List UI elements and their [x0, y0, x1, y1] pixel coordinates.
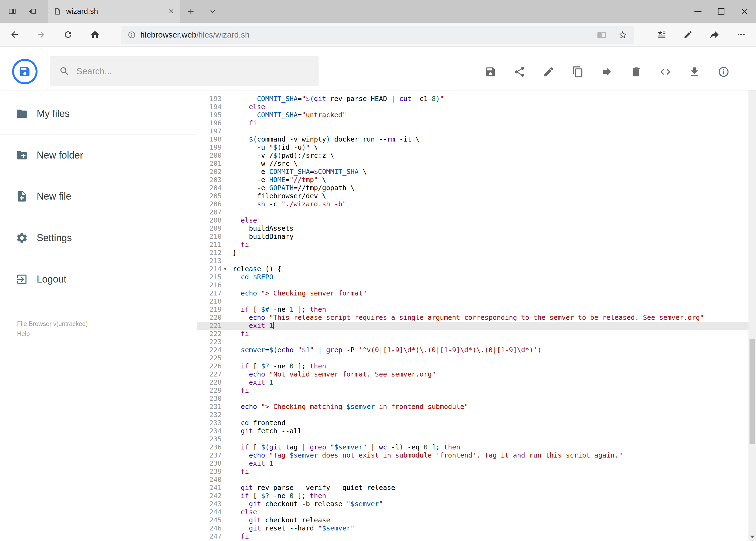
move-button[interactable] — [601, 66, 613, 78]
code-line-221[interactable]: 221 exit 1 — [197, 322, 748, 330]
close-button[interactable] — [733, 0, 756, 23]
scrollbar-thumb[interactable] — [750, 339, 755, 444]
code-line-194[interactable]: 194 else — [197, 103, 748, 111]
sidebar-item-my-files[interactable]: My files — [0, 93, 197, 135]
share-button[interactable] — [707, 23, 722, 46]
code-line-231[interactable]: 231 echo "> Checking matching $semver in… — [197, 403, 748, 411]
web-note-button[interactable] — [680, 23, 695, 46]
tab-preview-chevron-button[interactable] — [204, 0, 221, 23]
sidebar-item-new-folder[interactable]: New folder — [0, 135, 197, 176]
code-line-228[interactable]: 228 exit 1 — [197, 378, 748, 386]
code-line-218[interactable]: 218 — [197, 297, 748, 305]
url-text[interactable]: filebrowser.web/files/wizard.sh — [140, 30, 250, 39]
code-line-202[interactable]: 202 -e COMMIT_SHA=$COMMIT_SHA \ — [197, 168, 748, 176]
help-link[interactable]: Help — [17, 329, 88, 339]
code-line-227[interactable]: 227 echo "Not valid semver format. See s… — [197, 370, 748, 378]
code-line-245[interactable]: 245 git checkout release — [197, 516, 748, 524]
code-line-215[interactable]: 215 cd $REPO — [197, 273, 748, 281]
code-line-203[interactable]: 203 -e HOME="//tmp" \ — [197, 176, 748, 184]
filebrowser-logo[interactable] — [12, 59, 38, 84]
code-line-230[interactable]: 230 — [197, 395, 748, 403]
code-line-210[interactable]: 210 buildBinary — [197, 233, 748, 241]
code-line-206[interactable]: 206 sh -c "./wizard.sh -b" — [197, 200, 748, 208]
code-line-223[interactable]: 223 — [197, 338, 748, 346]
code-line-214[interactable]: 214▾release () { — [197, 265, 748, 273]
site-info-icon[interactable] — [127, 31, 136, 39]
code-line-208[interactable]: 208 else — [197, 216, 748, 225]
home-button[interactable] — [88, 23, 103, 46]
code-line-238[interactable]: 238 exit 1 — [197, 459, 748, 467]
share-button[interactable] — [514, 66, 526, 78]
save-button[interactable] — [484, 66, 496, 78]
browser-tab[interactable]: wizard.sh — [48, 0, 180, 23]
edit-button[interactable] — [543, 66, 555, 78]
sidebar-item-logout[interactable]: Logout — [0, 259, 197, 300]
code-line-224[interactable]: 224 semver=$(echo "$1" | grep -P '^v(0|[… — [197, 346, 748, 354]
code-line-220[interactable]: 220 echo "This release script requires a… — [197, 313, 748, 322]
code-line-234[interactable]: 234 git fetch --all — [197, 427, 748, 435]
code-line-219[interactable]: 219 if [ $# -ne 1 ]; then — [197, 305, 748, 313]
code-line-193[interactable]: 193 COMMIT_SHA="$(git rev-parse HEAD | c… — [197, 95, 748, 103]
code-line-226[interactable]: 226 if [ $? -ne 0 ]; then — [197, 362, 748, 370]
code-line-246[interactable]: 246 git reset --hard "$semver" — [197, 524, 748, 532]
code-line-212[interactable]: 212} — [197, 249, 748, 257]
back-button[interactable] — [7, 23, 22, 46]
code-line-198[interactable]: 198 $(command -v winpty) docker run --rm… — [197, 135, 748, 144]
code-line-199[interactable]: 199 -u "$(id -u)" \ — [197, 144, 748, 152]
favorite-star-icon[interactable] — [618, 30, 627, 39]
code-editor[interactable]: 193 COMMIT_SHA="$(git rev-parse HEAD | c… — [197, 90, 748, 541]
info-button[interactable] — [718, 66, 730, 78]
code-line-240[interactable]: 240 — [197, 476, 748, 484]
code-line-237[interactable]: 237 echo "Tag $semver does not exist in … — [197, 451, 748, 459]
code-line-216[interactable]: 216 — [197, 281, 748, 289]
tab-close-button[interactable] — [168, 8, 174, 15]
minimize-button[interactable] — [686, 0, 710, 23]
code-line-200[interactable]: 200 -v /$(pwd):/src:z \ — [197, 152, 748, 160]
fold-marker[interactable]: ▾ — [222, 265, 229, 273]
code-line-204[interactable]: 204 -e GOPATH=//tmp/gopath \ — [197, 184, 748, 192]
code-line-244[interactable]: 244 else — [197, 508, 748, 516]
code-line-211[interactable]: 211 fi — [197, 241, 748, 249]
code-line-196[interactable]: 196 fi — [197, 119, 748, 127]
code-line-209[interactable]: 209 buildAssets — [197, 225, 748, 233]
scroll-down-arrow[interactable] — [748, 533, 756, 541]
code-line-229[interactable]: 229 fi — [197, 386, 748, 395]
set-tabs-aside-button[interactable] — [24, 0, 41, 23]
page-scrollbar[interactable] — [748, 47, 756, 541]
code-line-205[interactable]: 205 filebrowser/dev \ — [197, 192, 748, 200]
tab-cards-button[interactable] — [4, 0, 21, 23]
code-line-247[interactable]: 247 fi — [197, 532, 748, 540]
forward-button[interactable] — [34, 23, 49, 46]
code-line-235[interactable]: 235 — [197, 435, 748, 443]
code-line-241[interactable]: 241 git rev-parse --verify --quiet relea… — [197, 484, 748, 492]
code-line-207[interactable]: 207 — [197, 208, 748, 216]
code-line-232[interactable]: 232 — [197, 411, 748, 419]
code-line-222[interactable]: 222 fi — [197, 330, 748, 338]
code-button[interactable] — [659, 66, 671, 78]
code-line-201[interactable]: 201 -w //src \ — [197, 160, 748, 168]
code-line-197[interactable]: 197 — [197, 127, 748, 135]
code-line-195[interactable]: 195 COMMIT_SHA="untracked" — [197, 111, 748, 119]
copy-button[interactable] — [572, 66, 584, 78]
new-tab-button[interactable] — [182, 0, 199, 23]
code-line-242[interactable]: 242 if [ $? -ne 0 ]; then — [197, 492, 748, 500]
favorites-hub-button[interactable] — [654, 23, 669, 46]
code-line-236[interactable]: 236 if [ $(git tag | grep "$semver" | wc… — [197, 443, 748, 451]
code-line-213[interactable]: 213 — [197, 257, 748, 265]
sidebar-item-settings[interactable]: Settings — [0, 217, 197, 259]
search-box[interactable] — [50, 56, 319, 86]
address-bar[interactable]: filebrowser.web/files/wizard.sh — [121, 26, 634, 44]
refresh-button[interactable] — [61, 23, 76, 46]
code-line-217[interactable]: 217 echo "> Checking semver format" — [197, 289, 748, 297]
delete-button[interactable] — [630, 66, 642, 78]
maximize-button[interactable] — [710, 0, 733, 23]
sidebar-item-new-file[interactable]: New file — [0, 176, 197, 217]
reading-view-icon[interactable] — [597, 30, 606, 39]
more-button[interactable] — [734, 23, 749, 46]
code-line-243[interactable]: 243 git checkout -b release "$semver" — [197, 500, 748, 508]
download-button[interactable] — [688, 66, 700, 78]
code-line-239[interactable]: 239 fi — [197, 467, 748, 476]
search-input[interactable] — [76, 66, 303, 76]
code-line-233[interactable]: 233 cd frontend — [197, 419, 748, 427]
code-line-225[interactable]: 225 — [197, 354, 748, 362]
